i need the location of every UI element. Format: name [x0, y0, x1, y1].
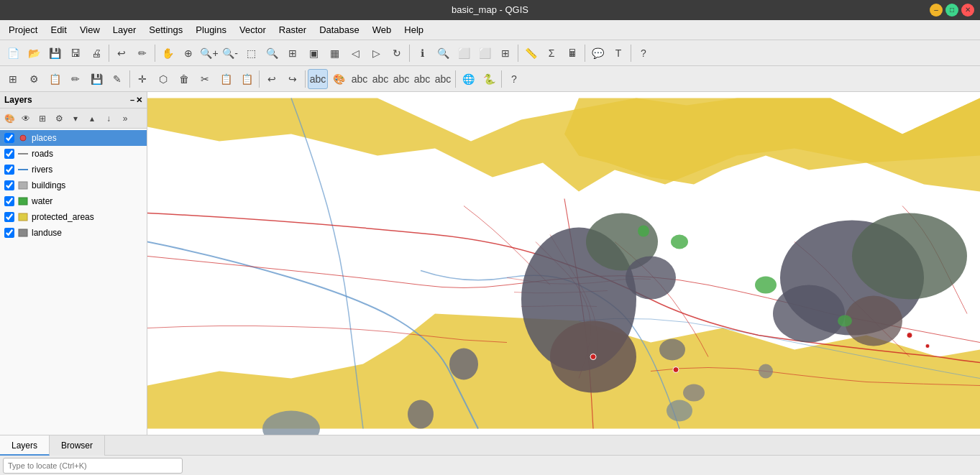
map-canvas[interactable]: [147, 92, 980, 435]
collapse-all-button[interactable]: ▴: [84, 111, 100, 126]
calculator-button[interactable]: 🖩: [562, 43, 582, 63]
open-layer-digitize-button[interactable]: ⊞: [3, 69, 23, 89]
open-project-button[interactable]: 📂: [24, 43, 44, 63]
label-button[interactable]: abc: [308, 69, 328, 89]
filter-layer-button[interactable]: ⊞: [35, 111, 50, 126]
menu-view[interactable]: View: [74, 22, 106, 37]
menu-web[interactable]: Web: [367, 22, 398, 37]
tab-layers[interactable]: Layers: [0, 435, 50, 456]
save-as-button[interactable]: 🖫: [65, 43, 86, 63]
label-move-button[interactable]: abc: [370, 69, 390, 89]
layers-panel-close[interactable]: ✕: [136, 96, 142, 105]
paste-features-button[interactable]: 📋: [237, 69, 257, 89]
node-tool-button[interactable]: ⬡: [153, 69, 173, 89]
statistics-button[interactable]: Σ: [541, 43, 562, 63]
label-color-button[interactable]: 🎨: [329, 69, 349, 89]
more-options-button[interactable]: »: [117, 111, 133, 126]
layer-control-button[interactable]: ⚙: [51, 111, 67, 126]
zoom-native-button[interactable]: 🔍: [262, 43, 282, 63]
print-button[interactable]: 🖨: [86, 43, 106, 63]
menu-layer[interactable]: Layer: [107, 22, 142, 37]
deselect-button[interactable]: ⬜: [475, 43, 495, 63]
add-feature-button[interactable]: ✎: [107, 69, 127, 89]
layer-item-landuse[interactable]: landuse: [0, 225, 147, 241]
help2-button[interactable]: ?: [504, 69, 524, 89]
menu-database[interactable]: Database: [313, 22, 365, 37]
zoom-out-button[interactable]: 🔍-: [220, 43, 240, 63]
layer-item-buildings[interactable]: buildings: [0, 177, 147, 193]
label-show-button[interactable]: abc: [433, 69, 453, 89]
delete-selected-button[interactable]: 🗑: [174, 69, 194, 89]
move-feature-button[interactable]: ✛: [132, 69, 152, 89]
pan-button[interactable]: ✋: [157, 43, 178, 63]
label-rotate-button[interactable]: abc: [391, 69, 411, 89]
menu-plugins[interactable]: Plugins: [190, 22, 232, 37]
layer-checkbox-roads[interactable]: [4, 149, 14, 159]
layer-item-protected-areas[interactable]: protected_areas: [0, 209, 147, 225]
svg-point-16: [852, 213, 967, 300]
layer-checkbox-buildings[interactable]: [4, 180, 14, 190]
python-button[interactable]: 🐍: [479, 69, 499, 89]
new-project-button[interactable]: 📄: [3, 43, 23, 63]
menu-edit[interactable]: Edit: [45, 22, 72, 37]
open-layer-styling-button[interactable]: 🎨: [1, 111, 17, 126]
zoom-full-button[interactable]: ⊞: [283, 43, 303, 63]
zoom-selection-button[interactable]: ▦: [324, 43, 344, 63]
layer-item-roads[interactable]: roads: [0, 146, 147, 162]
save-edits-button[interactable]: 💾: [86, 69, 106, 89]
undo-edits-button[interactable]: ↩: [262, 69, 282, 89]
annotation-button[interactable]: 💬: [587, 43, 608, 63]
undo-button[interactable]: ↩: [111, 43, 132, 63]
remove-layer-button[interactable]: ↓: [101, 111, 116, 126]
menu-help[interactable]: Help: [398, 22, 429, 37]
layer-item-rivers[interactable]: rivers: [0, 162, 147, 177]
layer-checkbox-places[interactable]: [4, 133, 14, 143]
layer-item-places[interactable]: places: [0, 130, 147, 146]
toggle-edit-button[interactable]: ✏: [65, 69, 86, 89]
zoom-layer-button[interactable]: ▣: [303, 43, 324, 63]
menu-vector[interactable]: Vector: [234, 22, 272, 37]
zoom-last-button[interactable]: ◁: [345, 43, 365, 63]
menu-settings[interactable]: Settings: [143, 22, 188, 37]
layer-checkbox-water[interactable]: [4, 196, 14, 206]
layers-panel-minimize[interactable]: –: [130, 96, 134, 105]
text-annotation-button[interactable]: T: [608, 43, 628, 63]
tab-browser[interactable]: Browser: [50, 435, 105, 456]
cut-features-button[interactable]: ✂: [195, 69, 215, 89]
label-settings-button[interactable]: abc: [349, 69, 370, 89]
layer-icon-water: [17, 195, 29, 207]
save-project-button[interactable]: 💾: [45, 43, 65, 63]
maximize-button[interactable]: □: [945, 4, 958, 17]
layer-checkbox-protected-areas[interactable]: [4, 212, 14, 222]
layer-checkbox-landuse[interactable]: [4, 228, 14, 238]
svg-point-0: [20, 135, 26, 141]
minimize-button[interactable]: –: [930, 4, 943, 17]
open-table-button[interactable]: ⊞: [495, 43, 516, 63]
pan-to-selection-button[interactable]: ⊕: [178, 43, 198, 63]
zoom-rubber-band-button[interactable]: ⬚: [241, 43, 261, 63]
select-features-button[interactable]: 🔍: [433, 43, 453, 63]
open-attribute-table-button[interactable]: 📋: [45, 69, 65, 89]
zoom-next-button[interactable]: ▷: [366, 43, 386, 63]
close-button[interactable]: ✕: [961, 4, 974, 17]
openstreetmap-button[interactable]: 🌐: [458, 69, 478, 89]
identify-button[interactable]: ℹ: [412, 43, 432, 63]
select-rect-button[interactable]: ⬜: [454, 43, 474, 63]
layer-checkbox-rivers[interactable]: [4, 165, 14, 175]
zoom-in-button[interactable]: 🔍+: [199, 43, 219, 63]
refresh-button[interactable]: ↻: [387, 43, 407, 63]
layer-properties-button[interactable]: ⚙: [24, 69, 44, 89]
label-pin-button[interactable]: abc: [412, 69, 432, 89]
locate-input[interactable]: [3, 458, 183, 474]
svg-point-23: [759, 364, 773, 379]
expand-all-button[interactable]: ▾: [68, 111, 83, 126]
measure-button[interactable]: 📏: [521, 43, 541, 63]
digitize-button[interactable]: ✏: [132, 43, 152, 63]
redo-edits-button[interactable]: ↪: [283, 69, 303, 89]
copy-features-button[interactable]: 📋: [216, 69, 236, 89]
help-button[interactable]: ?: [633, 43, 654, 63]
layer-filter-button[interactable]: 👁: [18, 111, 34, 126]
layer-item-water[interactable]: water: [0, 193, 147, 209]
menu-raster[interactable]: Raster: [273, 22, 312, 37]
menu-project[interactable]: Project: [3, 22, 43, 37]
